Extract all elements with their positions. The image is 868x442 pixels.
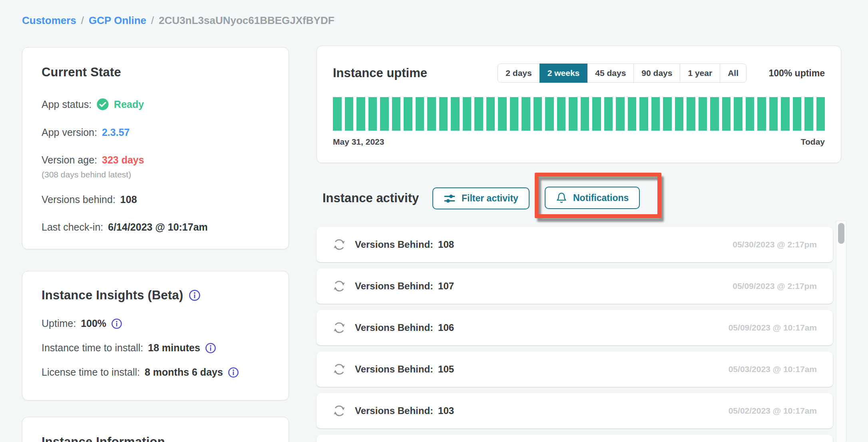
instance-insights-card: Instance Insights (Beta) Uptime: 100% In… [22,271,289,400]
activity-row-timestamp: 05/02/2023 @ 10:17am [729,406,817,416]
uptime-range-45-days[interactable]: 45 days [587,64,634,83]
uptime-bar [463,97,472,131]
bell-icon [556,192,567,203]
uptime-range-all[interactable]: All [720,64,747,83]
current-state-card: Current State App status: Ready App vers… [22,47,289,249]
breadcrumb: Customers / GCP Online / 2CU3nL3saUNyoc6… [22,14,334,27]
activity-row-label: Versions Behind: [355,281,433,292]
activity-row-label: Versions Behind: [355,239,433,250]
uptime-bar [746,97,755,131]
uptime-bar [687,97,695,131]
uptime-bar [557,97,566,131]
uptime-bar [710,97,719,131]
uptime-bar [380,97,389,131]
uptime-bar [604,97,613,131]
uptime-bar [592,97,601,131]
instance-activity-title: Instance activity [323,191,419,205]
breadcrumb-customers-link[interactable]: Customers [22,14,76,27]
notifications-button[interactable]: Notifications [545,187,640,209]
sync-icon [332,279,346,293]
uptime-bar [427,97,436,131]
activity-row: Versions Behind:10505/03/2023 @ 10:17am [317,352,833,387]
sync-icon [332,362,346,376]
uptime-bar [474,97,483,131]
uptime-range-90-days[interactable]: 90 days [633,64,680,83]
uptime-bar [345,97,354,131]
license-install-value: 8 months 6 days [145,366,223,378]
instance-uptime-title: Instance uptime [333,66,427,80]
version-age-row: Version age: 323 days [42,154,269,166]
uptime-bar [769,97,778,131]
uptime-range-2-days[interactable]: 2 days [498,64,540,83]
activity-row-timestamp: 05/03/2023 @ 10:17am [729,364,817,374]
activity-scrollbar-track[interactable] [836,221,846,442]
activity-row: Versions Behind:10605/09/2023 @ 10:17am [317,310,833,345]
uptime-summary: 100% uptime [761,68,825,79]
info-icon[interactable] [205,342,216,354]
uptime-bar [392,97,401,131]
activity-row [317,435,833,442]
filter-activity-label: Filter activity [462,193,518,204]
app-version-value[interactable]: 2.3.57 [102,127,130,138]
breadcrumb-separator: / [151,14,154,27]
breadcrumb-customer-link[interactable]: GCP Online [89,14,146,27]
sliders-icon [444,193,456,205]
uptime-bar [628,97,637,131]
activity-scrollbar-thumb[interactable] [838,223,844,244]
breadcrumb-instance-id: 2CU3nL3saUNyoc61BBEGJXfBYDF [159,14,334,27]
uptime-range-group: 2 days2 weeks45 days90 days1 yearAll [498,64,747,83]
uptime-bar [356,97,365,131]
uptime-bar [651,97,660,131]
filter-activity-button[interactable]: Filter activity [432,187,530,209]
app-version-row: App version: 2.3.57 [42,127,269,138]
license-install-row: License time to install: 8 months 6 days [42,366,269,378]
version-age-value: 323 days [102,154,144,166]
uptime-bar [699,97,707,131]
sync-icon [332,238,346,251]
activity-row: Versions Behind:10705/09/2023 @ 2:17pm [317,269,833,304]
activity-row: Versions Behind:10305/02/2023 @ 10:17am [317,393,833,428]
uptime-bar [722,97,731,131]
uptime-bar [663,97,672,131]
instance-install-value: 18 minutes [148,342,200,354]
uptime-bar [510,97,519,131]
uptime-row: Uptime: 100% [42,318,269,329]
activity-row-timestamp: 05/30/2023 @ 2:17pm [733,240,817,249]
uptime-range-2-weeks[interactable]: 2 weeks [540,64,588,83]
info-icon[interactable] [228,367,239,378]
versions-behind-label: Versions behind: [42,194,115,205]
activity-row-value: 108 [438,239,454,250]
activity-row-value: 105 [438,364,454,375]
check-circle-icon [96,98,109,111]
sync-icon [332,321,346,334]
info-icon[interactable] [189,289,201,301]
uptime-bar-chart [333,97,825,131]
uptime-value: 100% [81,318,106,329]
activity-row-label: Versions Behind: [355,322,433,333]
last-checkin-value: 6/14/2023 @ 10:17am [108,221,208,233]
instance-information-card: Instance Information [22,417,289,442]
instance-install-label: Instance time to install: [42,342,143,354]
last-checkin-label: Last check-in: [42,221,103,233]
last-checkin-row: Last check-in: 6/14/2023 @ 10:17am [42,221,269,233]
versions-behind-row: Versions behind: 108 [42,194,269,205]
instance-information-title: Instance Information [42,435,269,442]
uptime-bar [616,97,625,131]
activity-row-timestamp: 05/09/2023 @ 10:17am [729,323,817,332]
activity-row: Versions Behind:10805/30/2023 @ 2:17pm [317,227,833,262]
chart-end-label: Today [801,137,825,147]
uptime-bar [498,97,507,131]
app-status-label: App status: [42,99,92,110]
activity-row-timestamp: 05/09/2023 @ 2:17pm [733,281,817,291]
app-status-value: Ready [114,99,144,110]
activity-row-label: Versions Behind: [355,364,433,375]
uptime-range-1-year[interactable]: 1 year [680,64,720,83]
uptime-bar [486,97,495,131]
info-icon[interactable] [111,318,122,329]
version-age-note: (308 days behind latest) [42,170,269,179]
uptime-bar [816,97,825,131]
sync-icon [332,404,346,418]
uptime-bar [569,97,577,131]
uptime-bar [581,97,589,131]
instance-insights-title: Instance Insights (Beta) [42,288,183,303]
